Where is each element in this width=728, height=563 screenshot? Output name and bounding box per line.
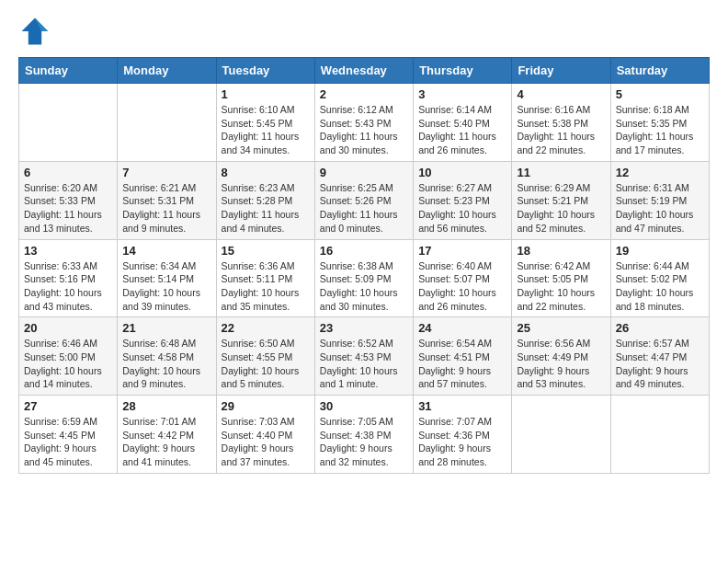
- day-cell: 27Sunrise: 6:59 AMSunset: 4:45 PMDayligh…: [19, 396, 118, 474]
- day-detail: Sunrise: 6:38 AMSunset: 5:09 PMDaylight:…: [320, 259, 408, 314]
- day-number: 26: [616, 321, 704, 335]
- weekday-header-row: SundayMondayTuesdayWednesdayThursdayFrid…: [19, 58, 710, 84]
- day-cell: 26Sunrise: 6:57 AMSunset: 4:47 PMDayligh…: [610, 317, 709, 396]
- weekday-header-wednesday: Wednesday: [314, 58, 413, 84]
- day-cell: 29Sunrise: 7:03 AMSunset: 4:40 PMDayligh…: [216, 396, 314, 474]
- day-number: 8: [222, 166, 310, 179]
- day-detail: Sunrise: 6:27 AMSunset: 5:23 PMDaylight:…: [418, 181, 506, 236]
- day-number: 31: [418, 399, 506, 413]
- weekday-header-sunday: Sunday: [19, 58, 118, 84]
- day-cell: [19, 84, 118, 162]
- day-number: 24: [418, 321, 506, 335]
- day-detail: Sunrise: 6:18 AMSunset: 5:35 PMDaylight:…: [616, 103, 704, 157]
- day-detail: Sunrise: 7:05 AMSunset: 4:38 PMDaylight:…: [320, 415, 408, 469]
- day-detail: Sunrise: 6:21 AMSunset: 5:31 PMDaylight:…: [122, 181, 210, 236]
- day-detail: Sunrise: 6:36 AMSunset: 5:11 PMDaylight:…: [222, 259, 310, 314]
- day-detail: Sunrise: 6:29 AMSunset: 5:21 PMDaylight:…: [517, 181, 605, 236]
- day-number: 23: [320, 321, 408, 335]
- day-number: 1: [222, 87, 310, 101]
- weekday-header-monday: Monday: [118, 58, 216, 84]
- day-cell: 16Sunrise: 6:38 AMSunset: 5:09 PMDayligh…: [314, 239, 413, 317]
- day-cell: 15Sunrise: 6:36 AMSunset: 5:11 PMDayligh…: [216, 239, 314, 317]
- day-cell: [512, 396, 610, 474]
- day-detail: Sunrise: 6:16 AMSunset: 5:38 PMDaylight:…: [517, 103, 605, 157]
- day-number: 6: [24, 166, 112, 179]
- day-cell: 21Sunrise: 6:48 AMSunset: 4:58 PMDayligh…: [118, 317, 216, 396]
- day-cell: 17Sunrise: 6:40 AMSunset: 5:07 PMDayligh…: [414, 239, 512, 317]
- day-detail: Sunrise: 6:12 AMSunset: 5:43 PMDaylight:…: [320, 103, 408, 157]
- day-cell: 3Sunrise: 6:14 AMSunset: 5:40 PMDaylight…: [414, 84, 512, 162]
- week-row-2: 6Sunrise: 6:20 AMSunset: 5:33 PMDaylight…: [19, 161, 710, 239]
- day-detail: Sunrise: 6:10 AMSunset: 5:45 PMDaylight:…: [222, 103, 310, 157]
- day-cell: 13Sunrise: 6:33 AMSunset: 5:16 PMDayligh…: [19, 239, 118, 317]
- day-number: 28: [122, 399, 210, 413]
- day-cell: 24Sunrise: 6:54 AMSunset: 4:51 PMDayligh…: [414, 317, 512, 396]
- day-number: 10: [418, 166, 506, 179]
- day-cell: 1Sunrise: 6:10 AMSunset: 5:45 PMDaylight…: [216, 84, 314, 162]
- day-detail: Sunrise: 6:44 AMSunset: 5:02 PMDaylight:…: [616, 259, 704, 314]
- day-detail: Sunrise: 6:56 AMSunset: 4:49 PMDaylight:…: [517, 337, 605, 391]
- day-number: 25: [517, 321, 605, 335]
- day-number: 18: [517, 244, 605, 258]
- day-number: 11: [517, 166, 605, 179]
- day-detail: Sunrise: 6:42 AMSunset: 5:05 PMDaylight:…: [517, 259, 605, 314]
- day-number: 30: [320, 399, 408, 413]
- day-number: 29: [222, 399, 310, 413]
- calendar-table: SundayMondayTuesdayWednesdayThursdayFrid…: [18, 57, 710, 474]
- day-cell: 20Sunrise: 6:46 AMSunset: 5:00 PMDayligh…: [19, 317, 118, 396]
- day-cell: 31Sunrise: 7:07 AMSunset: 4:36 PMDayligh…: [414, 396, 512, 474]
- day-number: 19: [616, 244, 704, 258]
- day-cell: [610, 396, 709, 474]
- day-number: 21: [122, 321, 210, 335]
- day-detail: Sunrise: 6:40 AMSunset: 5:07 PMDaylight:…: [418, 259, 506, 314]
- day-cell: 11Sunrise: 6:29 AMSunset: 5:21 PMDayligh…: [512, 161, 610, 239]
- week-row-4: 20Sunrise: 6:46 AMSunset: 5:00 PMDayligh…: [19, 317, 710, 396]
- day-number: 20: [24, 321, 112, 335]
- day-detail: Sunrise: 6:25 AMSunset: 5:26 PMDaylight:…: [320, 181, 408, 236]
- weekday-header-tuesday: Tuesday: [216, 58, 314, 84]
- day-number: 7: [122, 166, 210, 179]
- day-detail: Sunrise: 7:01 AMSunset: 4:42 PMDaylight:…: [122, 415, 210, 469]
- day-cell: 6Sunrise: 6:20 AMSunset: 5:33 PMDaylight…: [19, 161, 118, 239]
- day-number: 9: [320, 166, 408, 179]
- day-detail: Sunrise: 6:59 AMSunset: 4:45 PMDaylight:…: [24, 415, 112, 469]
- weekday-header-friday: Friday: [512, 58, 610, 84]
- weekday-header-thursday: Thursday: [414, 58, 512, 84]
- page: SundayMondayTuesdayWednesdayThursdayFrid…: [0, 0, 728, 488]
- day-number: 5: [616, 87, 704, 101]
- week-row-1: 1Sunrise: 6:10 AMSunset: 5:45 PMDaylight…: [19, 84, 710, 162]
- day-number: 13: [24, 244, 112, 258]
- day-cell: 7Sunrise: 6:21 AMSunset: 5:31 PMDaylight…: [118, 161, 216, 239]
- day-detail: Sunrise: 6:54 AMSunset: 4:51 PMDaylight:…: [418, 337, 506, 391]
- day-number: 27: [24, 399, 112, 413]
- day-cell: 14Sunrise: 6:34 AMSunset: 5:14 PMDayligh…: [118, 239, 216, 317]
- day-cell: 28Sunrise: 7:01 AMSunset: 4:42 PMDayligh…: [118, 396, 216, 474]
- day-detail: Sunrise: 6:20 AMSunset: 5:33 PMDaylight:…: [24, 181, 112, 236]
- day-detail: Sunrise: 6:14 AMSunset: 5:40 PMDaylight:…: [418, 103, 506, 157]
- day-cell: [118, 84, 216, 162]
- day-number: 17: [418, 244, 506, 258]
- day-cell: 30Sunrise: 7:05 AMSunset: 4:38 PMDayligh…: [314, 396, 413, 474]
- day-number: 3: [418, 87, 506, 101]
- day-cell: 2Sunrise: 6:12 AMSunset: 5:43 PMDaylight…: [314, 84, 413, 162]
- day-cell: 9Sunrise: 6:25 AMSunset: 5:26 PMDaylight…: [314, 161, 413, 239]
- day-cell: 8Sunrise: 6:23 AMSunset: 5:28 PMDaylight…: [216, 161, 314, 239]
- day-detail: Sunrise: 6:33 AMSunset: 5:16 PMDaylight:…: [24, 259, 112, 314]
- day-detail: Sunrise: 6:52 AMSunset: 4:53 PMDaylight:…: [320, 337, 408, 391]
- day-detail: Sunrise: 6:50 AMSunset: 4:55 PMDaylight:…: [222, 337, 310, 391]
- weekday-header-saturday: Saturday: [610, 58, 709, 84]
- day-detail: Sunrise: 6:34 AMSunset: 5:14 PMDaylight:…: [122, 259, 210, 314]
- day-cell: 22Sunrise: 6:50 AMSunset: 4:55 PMDayligh…: [216, 317, 314, 396]
- day-detail: Sunrise: 7:03 AMSunset: 4:40 PMDaylight:…: [222, 415, 310, 469]
- day-number: 4: [517, 87, 605, 101]
- day-number: 14: [122, 244, 210, 258]
- day-cell: 10Sunrise: 6:27 AMSunset: 5:23 PMDayligh…: [414, 161, 512, 239]
- day-cell: 12Sunrise: 6:31 AMSunset: 5:19 PMDayligh…: [610, 161, 709, 239]
- week-row-3: 13Sunrise: 6:33 AMSunset: 5:16 PMDayligh…: [19, 239, 710, 317]
- day-cell: 4Sunrise: 6:16 AMSunset: 5:38 PMDaylight…: [512, 84, 610, 162]
- day-number: 2: [320, 87, 408, 101]
- day-cell: 18Sunrise: 6:42 AMSunset: 5:05 PMDayligh…: [512, 239, 610, 317]
- logo: [18, 15, 55, 48]
- day-detail: Sunrise: 6:23 AMSunset: 5:28 PMDaylight:…: [222, 181, 310, 236]
- logo-icon: [18, 15, 51, 48]
